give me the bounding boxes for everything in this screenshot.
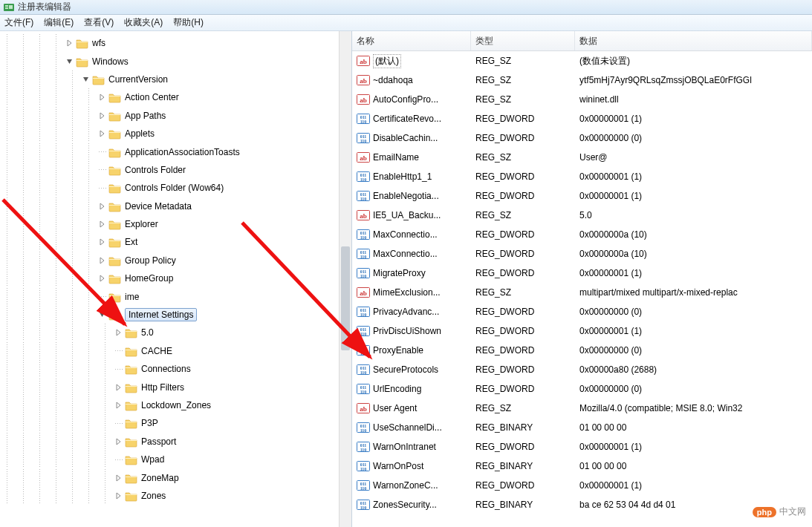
menu-file[interactable]: 文件(F) <box>4 16 33 29</box>
column-data[interactable]: 数据 <box>575 31 812 50</box>
value-name-cell[interactable]: UrlEncoding <box>352 383 471 395</box>
list-row[interactable]: WarnOnPostREG_BINARY01 00 00 00 <box>352 456 812 476</box>
tree-item[interactable]: wfs <box>0 34 351 52</box>
expander-closed-icon[interactable] <box>98 202 107 211</box>
value-name-cell[interactable]: WarnOnIntranet <box>352 441 471 453</box>
expander-closed-icon[interactable] <box>114 401 123 410</box>
list-row[interactable]: MaxConnectio...REG_DWORD0x0000000a (10) <box>352 244 812 264</box>
column-type[interactable]: 类型 <box>471 31 575 50</box>
tree-item[interactable]: Wpad <box>0 451 351 468</box>
tree-item[interactable]: P3P <box>0 414 351 432</box>
tree-item[interactable]: Action Center <box>0 88 351 106</box>
tree-item[interactable]: Device Metadata <box>0 197 351 215</box>
tree-item[interactable]: App Paths <box>0 107 351 125</box>
expander-closed-icon[interactable] <box>98 256 107 265</box>
tree-item-label[interactable]: App Paths <box>125 111 166 121</box>
tree-item[interactable]: Explorer <box>0 215 351 233</box>
list-row[interactable]: UseSchannelDi...REG_BINARY01 00 00 00 <box>352 418 812 437</box>
tree-item-label[interactable]: Applets <box>125 128 155 139</box>
tree-item[interactable]: Internet Settings <box>0 306 351 324</box>
value-name-cell[interactable]: MimeExclusion... <box>352 287 471 298</box>
value-name-cell[interactable]: UseSchannelDi... <box>352 422 471 433</box>
tree-item[interactable]: Lockdown_Zones <box>0 396 351 414</box>
tree-item[interactable]: ApplicationAssociationToasts <box>0 143 351 160</box>
value-name-cell[interactable]: PrivacyAdvanc... <box>352 306 471 318</box>
list-row[interactable]: EnableHttp1_1REG_DWORD0x00000001 (1) <box>352 167 812 186</box>
list-row[interactable]: (默认)REG_SZ(数值未设置) <box>352 51 812 71</box>
expander-open-icon[interactable] <box>65 57 74 66</box>
expander-open-icon[interactable] <box>82 75 91 84</box>
tree-item-label[interactable]: Connections <box>141 364 191 374</box>
menu-edit[interactable]: 编辑(E) <box>44 16 74 29</box>
value-name-cell[interactable]: ZonesSecurity... <box>352 499 471 511</box>
tree-item[interactable]: CurrentVersion <box>0 71 351 88</box>
list-row[interactable]: SecureProtocolsREG_DWORD0x00000a80 (2688… <box>352 360 812 379</box>
expander-closed-icon[interactable] <box>98 129 107 138</box>
expander-closed-icon[interactable] <box>98 111 107 120</box>
tree-item-label[interactable]: ApplicationAssociationToasts <box>125 147 240 157</box>
value-name-cell[interactable]: PrivDiscUiShown <box>352 325 471 337</box>
tree-item-label[interactable]: Windows <box>92 56 129 67</box>
tree-item-label[interactable]: Lockdown_Zones <box>141 400 211 410</box>
expander-closed-icon[interactable] <box>98 220 107 229</box>
expander-closed-icon[interactable] <box>98 93 107 102</box>
tree-item-label[interactable]: Explorer <box>125 219 158 229</box>
tree-item-label[interactable]: P3P <box>141 418 158 428</box>
expander-closed-icon[interactable] <box>114 474 123 482</box>
list-row[interactable]: ZonesSecurity...REG_BINARYba ce 62 53 04… <box>352 495 812 514</box>
list-row[interactable]: ProxyEnableREG_DWORD0x00000000 (0) <box>352 341 812 360</box>
tree-item-label[interactable]: wfs <box>92 38 105 48</box>
tree-item[interactable]: 5.0 <box>0 324 351 341</box>
list-row[interactable]: UrlEncodingREG_DWORD0x00000000 (0) <box>352 379 812 399</box>
value-name-cell[interactable]: MigrateProxy <box>352 267 471 279</box>
tree-item[interactable]: Controls Folder <box>0 161 351 179</box>
tree-item[interactable]: Zones <box>0 487 351 505</box>
expander-closed-icon[interactable] <box>114 383 123 392</box>
expander-open-icon[interactable] <box>98 310 107 319</box>
tree-item[interactable]: ZoneMap <box>0 468 351 486</box>
tree-item-label[interactable]: Ext <box>125 237 137 247</box>
tree-item-label[interactable]: Passport <box>141 436 176 447</box>
list-row[interactable]: WarnonZoneC...REG_DWORD0x00000001 (1) <box>352 476 812 495</box>
value-name-cell[interactable]: WarnOnPost <box>352 460 471 472</box>
menu-favorites[interactable]: 收藏夹(A) <box>124 16 163 29</box>
tree-item-label[interactable]: Zones <box>141 491 166 501</box>
list-row[interactable]: MigrateProxyREG_DWORD0x00000001 (1) <box>352 264 812 283</box>
expander-closed-icon[interactable] <box>98 274 107 283</box>
list-row[interactable]: MaxConnectio...REG_DWORD0x0000000a (10) <box>352 225 812 244</box>
list-row[interactable]: DisableCachin...REG_DWORD0x00000000 (0) <box>352 128 812 148</box>
list-row[interactable]: EnableNegotia...REG_DWORD0x00000001 (1) <box>352 186 812 206</box>
tree-item-label[interactable]: Group Policy <box>125 255 176 266</box>
value-name-cell[interactable]: WarnonZoneC... <box>352 479 471 491</box>
tree-item[interactable]: Applets <box>0 125 351 143</box>
expander-closed-icon[interactable] <box>114 491 123 500</box>
tree-item-label[interactable]: ZoneMap <box>141 473 179 483</box>
value-name-cell[interactable]: EnableNegotia... <box>352 190 471 202</box>
menu-help[interactable]: 帮助(H) <box>173 16 204 29</box>
list-row[interactable]: PrivacyAdvanc...REG_DWORD0x00000000 (0) <box>352 302 812 321</box>
value-name-cell[interactable]: IE5_UA_Backu... <box>352 209 471 221</box>
tree-item-label[interactable]: CurrentVersion <box>108 74 168 85</box>
expander-closed-icon[interactable] <box>114 437 123 446</box>
value-name-cell[interactable]: MaxConnectio... <box>352 229 471 240</box>
tree-item-label[interactable]: Controls Folder (Wow64) <box>125 183 224 193</box>
value-name-cell[interactable]: User Agent <box>352 402 471 414</box>
value-name-cell[interactable]: DisableCachin... <box>352 132 471 144</box>
value-name-cell[interactable]: SecureProtocols <box>352 364 471 376</box>
value-name-cell[interactable]: CertificateRevo... <box>352 113 471 125</box>
value-name-cell[interactable]: ProxyEnable <box>352 344 471 356</box>
value-name-cell[interactable]: EmailName <box>352 151 471 163</box>
list-row[interactable]: WarnOnIntranetREG_DWORD0x00000001 (1) <box>352 437 812 456</box>
value-name-cell[interactable]: EnableHttp1_1 <box>352 171 471 183</box>
tree-item[interactable]: HomeGroup <box>0 269 351 287</box>
tree-item[interactable]: Ext <box>0 233 351 251</box>
expander-closed-icon[interactable] <box>98 238 107 246</box>
list-row[interactable]: CertificateRevo...REG_DWORD0x00000001 (1… <box>352 109 812 128</box>
list-row[interactable]: MimeExclusion...REG_SZmultipart/mixed mu… <box>352 283 812 302</box>
tree-scrollbar[interactable] <box>339 31 351 527</box>
tree-item[interactable]: Controls Folder (Wow64) <box>0 179 351 197</box>
expander-closed-icon[interactable] <box>114 328 123 337</box>
tree-item-label[interactable]: Controls Folder <box>125 165 186 175</box>
scrollbar-thumb[interactable] <box>341 246 350 350</box>
list-row[interactable]: User AgentREG_SZMozilla/4.0 (compatible;… <box>352 399 812 418</box>
